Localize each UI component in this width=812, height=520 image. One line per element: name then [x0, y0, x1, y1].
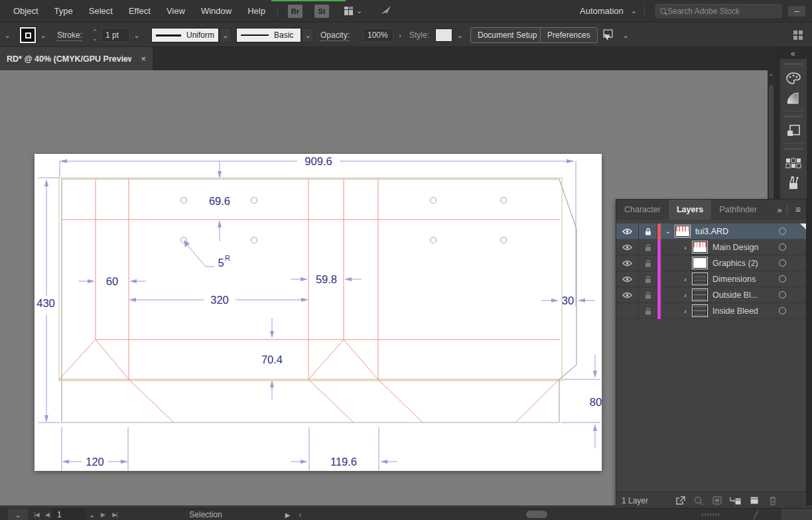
- next-artboard-icon[interactable]: ▶: [98, 509, 107, 520]
- adobe-stock-search[interactable]: [655, 4, 781, 18]
- locate-object-icon[interactable]: [689, 496, 708, 505]
- visibility-toggle[interactable]: [616, 224, 639, 239]
- layer-row-tui3[interactable]: ⌄ tui3.ARD: [616, 224, 806, 239]
- minimize-button[interactable]: –: [788, 6, 805, 17]
- menu-object[interactable]: Object: [5, 6, 46, 16]
- previous-artboard-icon[interactable]: ◀: [42, 509, 52, 520]
- visibility-toggle[interactable]: [616, 303, 639, 319]
- menu-help[interactable]: Help: [239, 6, 273, 16]
- tab-layers[interactable]: Layers: [669, 200, 711, 220]
- zoom-level-dropdown[interactable]: ⌄: [8, 509, 28, 520]
- menu-effect[interactable]: Effect: [121, 6, 159, 16]
- target-circle[interactable]: [779, 228, 786, 235]
- swatches-panel-icon[interactable]: [780, 153, 807, 173]
- visibility-toggle[interactable]: [616, 271, 639, 287]
- opacity-field[interactable]: 100%: [363, 28, 393, 42]
- automation-menu[interactable]: Automation: [576, 6, 628, 16]
- expand-chevron-icon[interactable]: ›: [678, 307, 693, 315]
- artboard-number-field[interactable]: 1: [52, 509, 86, 520]
- new-layer-icon[interactable]: [745, 496, 764, 505]
- share-icon[interactable]: [380, 5, 392, 17]
- workspace-switcher-icon[interactable]: [344, 7, 353, 15]
- layer-row-dimensions[interactable]: › Dimensions: [616, 271, 806, 287]
- expand-chevron-icon[interactable]: ›: [678, 291, 693, 299]
- bridge-button[interactable]: Br: [288, 5, 303, 18]
- visibility-toggle[interactable]: [616, 287, 639, 303]
- brushes-panel-icon[interactable]: [780, 173, 807, 193]
- expand-chevron-icon[interactable]: ⌄: [661, 227, 675, 235]
- brush-combo[interactable]: Basic: [236, 28, 301, 42]
- artboard-dropdown-icon[interactable]: ⌄: [86, 509, 97, 520]
- isolate-chevron-icon[interactable]: ⌄: [620, 28, 632, 42]
- stroke-stepper[interactable]: ⌃ ⌄: [90, 29, 100, 42]
- width-profile-combo[interactable]: Uniform: [151, 28, 219, 42]
- artboard[interactable]: 909.6 430 69.6 5 R 60 320 59.8 30 70.4 8…: [34, 154, 602, 471]
- menu-select[interactable]: Select: [81, 6, 121, 16]
- stroke-weight-field[interactable]: 1 pt: [101, 28, 130, 42]
- first-artboard-icon[interactable]: |◀: [31, 509, 42, 520]
- stroke-label[interactable]: Stroke:: [57, 31, 82, 41]
- layer-name[interactable]: Graphics (2): [712, 259, 758, 268]
- layer-row-main-design[interactable]: › Main Design: [616, 239, 806, 255]
- layer-name[interactable]: Outside Bl...: [712, 291, 758, 300]
- opacity-label[interactable]: Opacity:: [320, 31, 350, 41]
- layer-thumbnail[interactable]: [693, 305, 707, 316]
- target-circle[interactable]: [779, 275, 786, 283]
- preferences-button[interactable]: Preferences: [540, 27, 598, 43]
- scroll-up-icon[interactable]: ⌃: [768, 73, 774, 80]
- resize-grip-icon[interactable]: ╱: [754, 509, 758, 520]
- swatch-chevron-icon[interactable]: ⌄: [37, 28, 49, 42]
- layer-thumbnail[interactable]: [693, 289, 707, 300]
- automation-chevron-icon[interactable]: ⌄: [628, 7, 640, 15]
- transparency-panel-icon[interactable]: [780, 121, 807, 141]
- layer-thumbnail[interactable]: [693, 257, 707, 269]
- menu-type[interactable]: Type: [46, 6, 81, 16]
- layer-name[interactable]: Dimensions: [712, 275, 756, 284]
- collect-for-export-icon[interactable]: [671, 496, 689, 505]
- lock-toggle[interactable]: [639, 271, 657, 287]
- control-bar-grid-icon[interactable]: [793, 31, 803, 40]
- last-artboard-icon[interactable]: ▶|: [109, 509, 121, 520]
- stepper-down-icon[interactable]: ⌄: [92, 35, 98, 42]
- clipping-mask-icon[interactable]: [708, 496, 726, 505]
- visibility-toggle[interactable]: [616, 239, 639, 255]
- expand-chevron-icon[interactable]: ›: [678, 275, 693, 283]
- target-circle[interactable]: [779, 307, 786, 314]
- layer-row-outside-bleed[interactable]: › Outside Bl...: [616, 287, 806, 303]
- lock-toggle[interactable]: [639, 239, 657, 255]
- status-back-icon[interactable]: ‹: [296, 509, 304, 520]
- isolate-selection-icon[interactable]: [601, 29, 616, 41]
- tab-pathfinder[interactable]: Pathfinder: [711, 200, 765, 220]
- lock-toggle[interactable]: [639, 303, 657, 319]
- layer-row-inside-bleed[interactable]: › Inside Bleed: [616, 303, 806, 319]
- layer-thumbnail[interactable]: [693, 241, 707, 253]
- menu-window[interactable]: Window: [193, 6, 239, 16]
- stock-button[interactable]: St: [314, 5, 329, 18]
- status-tool-mode[interactable]: Selection: [166, 509, 245, 520]
- width-profile-chevron-icon[interactable]: ⌄: [220, 28, 232, 42]
- color-panel-icon[interactable]: [780, 68, 807, 88]
- tab-character[interactable]: Character: [616, 200, 669, 220]
- status-play-icon[interactable]: ▶: [283, 509, 292, 520]
- close-tab-icon[interactable]: ×: [141, 54, 146, 64]
- delete-layer-icon[interactable]: [764, 496, 782, 505]
- visibility-toggle[interactable]: [616, 255, 639, 271]
- search-input[interactable]: [667, 7, 767, 16]
- layer-name[interactable]: Main Design: [712, 243, 758, 252]
- menu-view[interactable]: View: [159, 6, 193, 16]
- layer-name[interactable]: tui3.ARD: [695, 227, 728, 236]
- opacity-expand-icon[interactable]: ›: [394, 28, 406, 42]
- workspace-chevron-icon[interactable]: ⌄: [353, 7, 366, 15]
- gradient-panel-icon[interactable]: [780, 88, 807, 108]
- horizontal-scroll-handle[interactable]: [526, 511, 547, 518]
- stepper-up-icon[interactable]: ⌃: [92, 29, 98, 35]
- anchor-chevron-icon[interactable]: ⌄: [1, 28, 13, 42]
- fill-stroke-swatch[interactable]: [20, 27, 36, 43]
- layer-name[interactable]: Inside Bleed: [712, 306, 758, 316]
- layer-thumbnail[interactable]: [675, 226, 690, 237]
- lock-toggle[interactable]: [639, 224, 657, 239]
- lock-toggle[interactable]: [639, 255, 657, 271]
- collapse-panels-icon[interactable]: «: [791, 49, 795, 58]
- target-circle[interactable]: [779, 291, 786, 298]
- lock-toggle[interactable]: [639, 287, 657, 303]
